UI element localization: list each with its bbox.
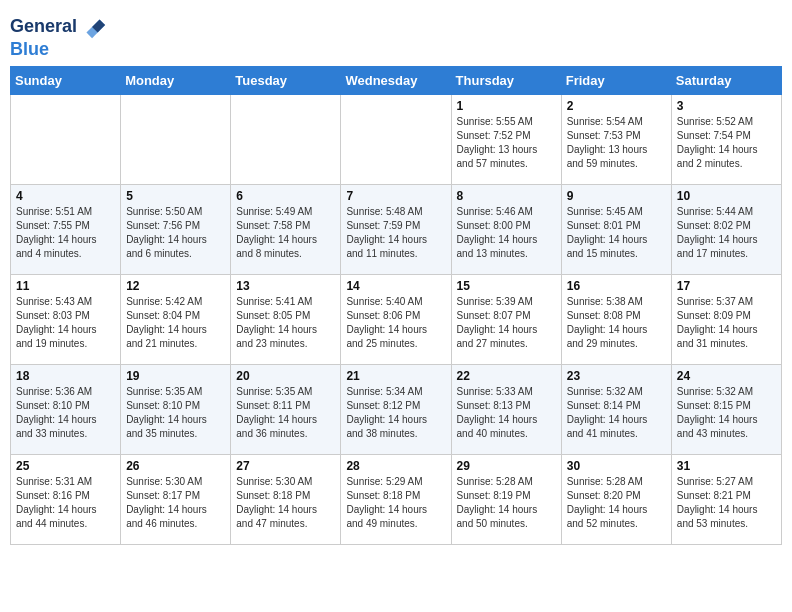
day-number: 2 (567, 99, 666, 113)
calendar-cell: 8Sunrise: 5:46 AM Sunset: 8:00 PM Daylig… (451, 184, 561, 274)
calendar-cell: 18Sunrise: 5:36 AM Sunset: 8:10 PM Dayli… (11, 364, 121, 454)
weekday-header: Tuesday (231, 66, 341, 94)
day-number: 19 (126, 369, 225, 383)
calendar-cell: 21Sunrise: 5:34 AM Sunset: 8:12 PM Dayli… (341, 364, 451, 454)
day-number: 14 (346, 279, 445, 293)
day-number: 5 (126, 189, 225, 203)
day-number: 18 (16, 369, 115, 383)
day-info: Sunrise: 5:36 AM Sunset: 8:10 PM Dayligh… (16, 385, 115, 441)
calendar-cell: 7Sunrise: 5:48 AM Sunset: 7:59 PM Daylig… (341, 184, 451, 274)
day-info: Sunrise: 5:54 AM Sunset: 7:53 PM Dayligh… (567, 115, 666, 171)
calendar-cell: 28Sunrise: 5:29 AM Sunset: 8:18 PM Dayli… (341, 454, 451, 544)
day-number: 13 (236, 279, 335, 293)
calendar-cell: 31Sunrise: 5:27 AM Sunset: 8:21 PM Dayli… (671, 454, 781, 544)
day-number: 11 (16, 279, 115, 293)
day-number: 30 (567, 459, 666, 473)
calendar-cell: 12Sunrise: 5:42 AM Sunset: 8:04 PM Dayli… (121, 274, 231, 364)
calendar-header-row: SundayMondayTuesdayWednesdayThursdayFrid… (11, 66, 782, 94)
day-number: 3 (677, 99, 776, 113)
calendar-cell: 13Sunrise: 5:41 AM Sunset: 8:05 PM Dayli… (231, 274, 341, 364)
calendar-cell: 25Sunrise: 5:31 AM Sunset: 8:16 PM Dayli… (11, 454, 121, 544)
logo-text: General (10, 17, 77, 37)
calendar-cell (231, 94, 341, 184)
day-info: Sunrise: 5:41 AM Sunset: 8:05 PM Dayligh… (236, 295, 335, 351)
day-info: Sunrise: 5:55 AM Sunset: 7:52 PM Dayligh… (457, 115, 556, 171)
calendar-cell: 3Sunrise: 5:52 AM Sunset: 7:54 PM Daylig… (671, 94, 781, 184)
page-header: General Blue (10, 10, 782, 60)
calendar-cell: 6Sunrise: 5:49 AM Sunset: 7:58 PM Daylig… (231, 184, 341, 274)
calendar-cell: 17Sunrise: 5:37 AM Sunset: 8:09 PM Dayli… (671, 274, 781, 364)
weekday-header: Saturday (671, 66, 781, 94)
calendar-cell: 10Sunrise: 5:44 AM Sunset: 8:02 PM Dayli… (671, 184, 781, 274)
day-info: Sunrise: 5:32 AM Sunset: 8:14 PM Dayligh… (567, 385, 666, 441)
day-info: Sunrise: 5:44 AM Sunset: 8:02 PM Dayligh… (677, 205, 776, 261)
day-info: Sunrise: 5:28 AM Sunset: 8:20 PM Dayligh… (567, 475, 666, 531)
day-info: Sunrise: 5:43 AM Sunset: 8:03 PM Dayligh… (16, 295, 115, 351)
day-info: Sunrise: 5:51 AM Sunset: 7:55 PM Dayligh… (16, 205, 115, 261)
day-number: 8 (457, 189, 556, 203)
day-number: 15 (457, 279, 556, 293)
day-info: Sunrise: 5:49 AM Sunset: 7:58 PM Dayligh… (236, 205, 335, 261)
day-number: 31 (677, 459, 776, 473)
day-info: Sunrise: 5:45 AM Sunset: 8:01 PM Dayligh… (567, 205, 666, 261)
day-number: 28 (346, 459, 445, 473)
day-number: 24 (677, 369, 776, 383)
calendar-week-row: 11Sunrise: 5:43 AM Sunset: 8:03 PM Dayli… (11, 274, 782, 364)
day-number: 9 (567, 189, 666, 203)
calendar-week-row: 1Sunrise: 5:55 AM Sunset: 7:52 PM Daylig… (11, 94, 782, 184)
day-info: Sunrise: 5:46 AM Sunset: 8:00 PM Dayligh… (457, 205, 556, 261)
calendar-cell: 14Sunrise: 5:40 AM Sunset: 8:06 PM Dayli… (341, 274, 451, 364)
day-number: 10 (677, 189, 776, 203)
day-info: Sunrise: 5:52 AM Sunset: 7:54 PM Dayligh… (677, 115, 776, 171)
day-info: Sunrise: 5:28 AM Sunset: 8:19 PM Dayligh… (457, 475, 556, 531)
day-info: Sunrise: 5:33 AM Sunset: 8:13 PM Dayligh… (457, 385, 556, 441)
calendar-cell: 30Sunrise: 5:28 AM Sunset: 8:20 PM Dayli… (561, 454, 671, 544)
day-number: 29 (457, 459, 556, 473)
weekday-header: Sunday (11, 66, 121, 94)
day-info: Sunrise: 5:32 AM Sunset: 8:15 PM Dayligh… (677, 385, 776, 441)
calendar-week-row: 25Sunrise: 5:31 AM Sunset: 8:16 PM Dayli… (11, 454, 782, 544)
weekday-header: Wednesday (341, 66, 451, 94)
calendar-week-row: 18Sunrise: 5:36 AM Sunset: 8:10 PM Dayli… (11, 364, 782, 454)
calendar-cell: 5Sunrise: 5:50 AM Sunset: 7:56 PM Daylig… (121, 184, 231, 274)
day-number: 4 (16, 189, 115, 203)
calendar-body: 1Sunrise: 5:55 AM Sunset: 7:52 PM Daylig… (11, 94, 782, 544)
day-info: Sunrise: 5:30 AM Sunset: 8:17 PM Dayligh… (126, 475, 225, 531)
day-number: 23 (567, 369, 666, 383)
day-number: 1 (457, 99, 556, 113)
day-info: Sunrise: 5:38 AM Sunset: 8:08 PM Dayligh… (567, 295, 666, 351)
day-info: Sunrise: 5:30 AM Sunset: 8:18 PM Dayligh… (236, 475, 335, 531)
day-info: Sunrise: 5:34 AM Sunset: 8:12 PM Dayligh… (346, 385, 445, 441)
day-number: 20 (236, 369, 335, 383)
calendar-cell: 24Sunrise: 5:32 AM Sunset: 8:15 PM Dayli… (671, 364, 781, 454)
day-number: 6 (236, 189, 335, 203)
weekday-header: Friday (561, 66, 671, 94)
calendar-cell: 26Sunrise: 5:30 AM Sunset: 8:17 PM Dayli… (121, 454, 231, 544)
day-info: Sunrise: 5:50 AM Sunset: 7:56 PM Dayligh… (126, 205, 225, 261)
calendar-cell: 29Sunrise: 5:28 AM Sunset: 8:19 PM Dayli… (451, 454, 561, 544)
logo-blue-text: Blue (10, 39, 49, 59)
day-number: 26 (126, 459, 225, 473)
calendar-cell: 20Sunrise: 5:35 AM Sunset: 8:11 PM Dayli… (231, 364, 341, 454)
calendar-cell: 1Sunrise: 5:55 AM Sunset: 7:52 PM Daylig… (451, 94, 561, 184)
calendar-cell: 15Sunrise: 5:39 AM Sunset: 8:07 PM Dayli… (451, 274, 561, 364)
day-number: 16 (567, 279, 666, 293)
day-info: Sunrise: 5:39 AM Sunset: 8:07 PM Dayligh… (457, 295, 556, 351)
calendar-table: SundayMondayTuesdayWednesdayThursdayFrid… (10, 66, 782, 545)
day-number: 17 (677, 279, 776, 293)
day-number: 21 (346, 369, 445, 383)
day-number: 7 (346, 189, 445, 203)
day-info: Sunrise: 5:35 AM Sunset: 8:10 PM Dayligh… (126, 385, 225, 441)
logo: General Blue (10, 14, 107, 60)
day-info: Sunrise: 5:35 AM Sunset: 8:11 PM Dayligh… (236, 385, 335, 441)
calendar-cell (11, 94, 121, 184)
weekday-header: Monday (121, 66, 231, 94)
calendar-cell: 22Sunrise: 5:33 AM Sunset: 8:13 PM Dayli… (451, 364, 561, 454)
day-info: Sunrise: 5:27 AM Sunset: 8:21 PM Dayligh… (677, 475, 776, 531)
calendar-week-row: 4Sunrise: 5:51 AM Sunset: 7:55 PM Daylig… (11, 184, 782, 274)
day-number: 12 (126, 279, 225, 293)
calendar-cell: 19Sunrise: 5:35 AM Sunset: 8:10 PM Dayli… (121, 364, 231, 454)
day-info: Sunrise: 5:29 AM Sunset: 8:18 PM Dayligh… (346, 475, 445, 531)
weekday-header: Thursday (451, 66, 561, 94)
calendar-cell (121, 94, 231, 184)
